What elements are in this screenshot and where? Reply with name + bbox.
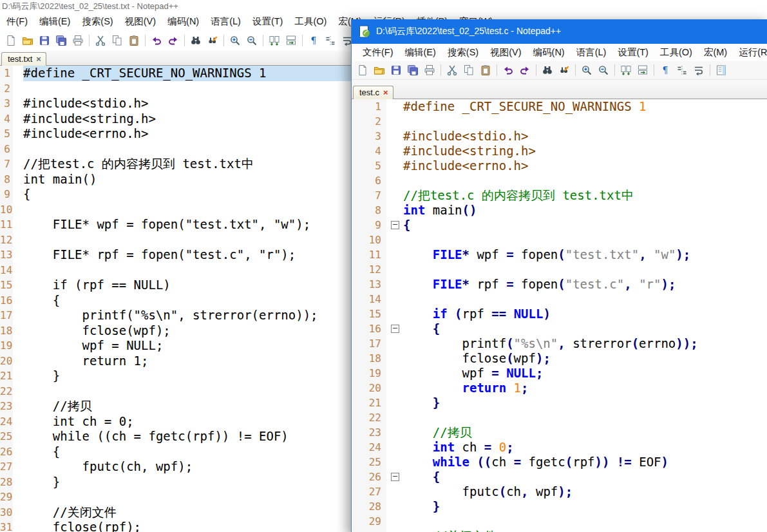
cut-button[interactable] [444,62,460,78]
fold-collapse-icon[interactable] [391,473,399,481]
indent-guide-button[interactable] [323,33,338,48]
menu-item[interactable]: 编辑(E) [33,15,76,28]
code-text[interactable]: //拷贝 [403,425,767,440]
fold-collapse-icon[interactable] [391,325,399,333]
paste-button[interactable] [478,62,493,78]
code-text[interactable]: #define _CRT_SECURE_NO_WARNINGS 1 [403,99,767,114]
sync-v-button[interactable] [618,62,634,78]
menu-item[interactable]: 文件(F) [357,46,399,59]
save-all-button[interactable] [405,62,421,78]
zoom-in-button[interactable] [227,33,243,48]
menu-item[interactable]: 工具(O) [654,46,698,59]
open-button[interactable] [20,33,35,48]
paste-button[interactable] [126,33,142,48]
doc-map-button[interactable] [714,62,729,78]
code-text[interactable]: FILE* rpf = fopen("test.c", "r"); [403,277,767,292]
code-text[interactable]: if (rpf == NULL) [403,307,767,321]
code-text[interactable]: } [403,395,767,410]
foreground-window-test-c[interactable]: D:\码云库\2022\test_02_25\test.c - Notepad+… [351,19,767,532]
sync-h-button[interactable] [283,33,299,48]
replace-button[interactable] [556,62,572,78]
menu-item[interactable]: 编码(N) [527,46,571,59]
open-button[interactable] [372,62,387,78]
code-line: 27 fputc(ch, wpf); [352,484,767,499]
copy-button[interactable] [109,33,125,48]
code-text[interactable]: //关闭文件 [403,529,767,532]
replace-button[interactable] [205,33,220,48]
tab-close-icon[interactable]: × [36,55,41,62]
wrap-button[interactable] [691,62,706,78]
code-text[interactable]: #include<string.h> [403,144,767,158]
menu-item[interactable]: 件(F) [1,15,33,28]
redo-button[interactable] [166,33,181,48]
menu-item[interactable]: 设置(T) [612,46,654,59]
code-text[interactable]: FILE* wpf = fopen("test.txt", "w"); [403,247,767,262]
tab-close-icon[interactable]: × [383,89,388,96]
line-number: 16 [0,293,13,309]
undo-button[interactable] [149,33,164,48]
code-text[interactable]: { [403,470,767,484]
code-text[interactable]: int ch = 0; [403,440,767,455]
tab-test-c[interactable]: test.c × [353,86,393,99]
zoom-in-icon [229,35,241,46]
undo-button[interactable] [500,62,516,78]
cut-button[interactable] [93,33,108,48]
tab-test-txt[interactable]: test.txt × [1,52,46,66]
code-text[interactable]: #include<errno.h> [403,158,767,173]
save-button[interactable] [388,62,404,78]
menu-item[interactable]: 运行(R) [733,46,767,59]
code-line: 9{ [352,218,767,233]
new-file-button[interactable] [3,33,19,48]
line-number: 5 [0,126,13,142]
menu-item[interactable]: 搜索(S) [442,46,484,59]
fold-margin [13,459,23,475]
fold-collapse-icon[interactable] [391,221,399,229]
code-text[interactable]: return 1; [403,381,767,395]
menu-item[interactable]: 语言(L) [205,15,247,28]
fold-margin [13,414,23,430]
copy-icon [463,64,475,76]
code-text[interactable]: wpf = NULL; [403,366,767,381]
redo-button[interactable] [517,62,533,78]
code-text[interactable]: printf("%s\n", strerror(errno)); [403,336,767,351]
new-file-button[interactable] [355,62,370,78]
save-all-button[interactable] [53,33,69,48]
zoom-out-button[interactable] [244,33,260,48]
find-button[interactable] [540,62,555,78]
code-text[interactable]: #include<stdio.h> [403,129,767,144]
code-text[interactable]: } [403,499,767,514]
menu-item[interactable]: 设置(T) [247,15,289,28]
code-text[interactable]: fclose(wpf); [403,351,767,366]
zoom-in-button[interactable] [579,62,594,78]
code-text[interactable]: { [403,218,767,233]
copy-button[interactable] [461,62,477,78]
menu-item[interactable]: 编辑(E) [399,46,442,59]
line-number: 5 [352,158,386,173]
print-button[interactable] [70,33,86,48]
menu-item[interactable]: 搜索(S) [76,15,118,28]
code-text[interactable]: { [403,321,767,336]
save-button[interactable] [37,33,52,48]
menu-item[interactable]: 视图(V) [119,15,162,28]
title-bar[interactable]: D:\码云库\2022\test_02_25\test.c - Notepad+… [352,19,767,44]
show-all-chars-button[interactable] [658,62,673,78]
menu-item[interactable]: 工具(O) [289,15,332,28]
code-text[interactable]: //把test.c 的内容拷贝到 test.txt中 [403,188,767,203]
find-button[interactable] [188,33,204,48]
line-number: 11 [0,217,13,233]
menu-item[interactable]: 语言(L) [571,46,612,59]
fold-margin [13,338,23,354]
zoom-out-button[interactable] [596,62,611,78]
code-text[interactable]: fputc(ch, wpf); [403,484,767,499]
show-all-chars-button[interactable] [306,33,321,48]
sync-h-button[interactable] [635,62,650,78]
menu-item[interactable]: 宏(M) [698,46,733,59]
print-button[interactable] [422,62,437,78]
indent-guide-button[interactable] [674,62,690,78]
sync-v-button[interactable] [267,33,282,48]
code-text[interactable]: while ((ch = fgetc(rpf)) != EOF) [403,455,767,470]
menu-item[interactable]: 视图(V) [484,46,527,59]
code-text[interactable]: int main() [403,203,767,218]
code-editor-test-c[interactable]: 1#define _CRT_SECURE_NO_WARNINGS 123#inc… [352,99,767,532]
menu-item[interactable]: 编码(N) [162,15,205,28]
